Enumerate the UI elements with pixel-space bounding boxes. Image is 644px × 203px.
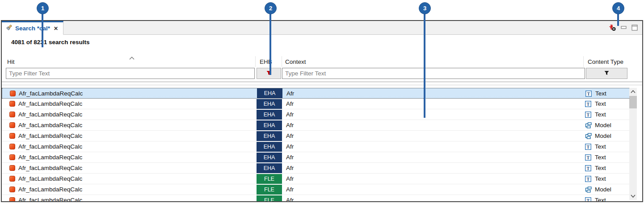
context-cell: Afr	[286, 122, 294, 128]
text-icon: T	[585, 197, 591, 202]
header-divider	[255, 56, 256, 67]
ehb-filter-button[interactable]	[257, 68, 281, 79]
hit-filter-input[interactable]	[6, 68, 255, 79]
content-type-cell: Text	[595, 165, 606, 171]
context-cell: Afr	[286, 154, 294, 161]
search-results-panel: Search *cal* ✕	[1, 20, 643, 202]
table-row[interactable]: Afr_facLambdaReqCalc EHA Afr T Text	[2, 152, 630, 163]
table-row[interactable]: Afr_facLambdaReqCalc FLE Afr T Text	[2, 195, 630, 202]
callout-line-4	[617, 13, 619, 26]
table-row[interactable]: Afr_facLambdaReqCalc FLE Afr T Model	[2, 184, 630, 195]
model-icon	[585, 122, 592, 130]
requirement-icon	[9, 165, 15, 171]
content-type-cell: Model	[595, 186, 611, 193]
text-icon: T	[585, 91, 592, 99]
requirement-icon	[9, 144, 15, 149]
svg-text:T: T	[587, 102, 590, 107]
ehb-badge: EHA	[257, 99, 282, 109]
content-type-cell: Text	[595, 90, 606, 97]
hit-cell: Afr_facLambdaReqCalc	[19, 90, 83, 97]
hit-cell: Afr_facLambdaReqCalc	[18, 133, 82, 139]
svg-text:T: T	[587, 166, 590, 171]
requirement-icon	[9, 112, 15, 117]
callout-line-2	[269, 13, 271, 75]
context-cell: Afr	[286, 175, 294, 182]
text-icon: T	[585, 176, 591, 184]
svg-text:T: T	[587, 177, 590, 182]
requirement-icon	[9, 101, 15, 107]
svg-text:T: T	[587, 156, 590, 160]
context-cell: Afr	[286, 133, 294, 139]
context-filter-input[interactable]	[282, 68, 585, 79]
context-cell: Afr	[286, 111, 294, 118]
table-row[interactable]: Afr_facLambdaReqCalc EHA Afr T Text	[2, 141, 630, 152]
hit-cell: Afr_facLambdaReqCalc	[18, 154, 82, 161]
hit-cell: Afr_facLambdaReqCalc	[18, 197, 82, 202]
funnel-black-icon	[604, 70, 610, 78]
ehb-badge: FLE	[257, 185, 282, 195]
content-type-cell: Model	[595, 133, 611, 139]
requirement-icon	[9, 186, 15, 192]
requirement-icon	[9, 122, 15, 128]
header-divider	[583, 56, 584, 67]
ehb-badge: EHA	[257, 131, 282, 141]
text-icon: T	[585, 101, 591, 109]
column-header-context[interactable]: Context	[285, 58, 306, 65]
text-icon: T	[585, 112, 591, 120]
content-type-cell: Model	[595, 122, 611, 128]
hit-cell: Afr_facLambdaReqCalc	[18, 165, 82, 171]
clear-filter-icon[interactable]	[609, 24, 616, 33]
scroll-down-icon[interactable]	[629, 192, 637, 200]
results-rows: Afr_facLambdaReqCalc EHA Afr T Text Afr_…	[2, 88, 630, 202]
tab-close-icon[interactable]: ✕	[54, 25, 58, 32]
callout-line-1	[42, 13, 43, 47]
requirement-icon	[9, 154, 15, 160]
maximize-icon[interactable]	[631, 25, 638, 33]
ehb-badge: FLE	[257, 174, 282, 184]
ehb-badge: EHA	[257, 163, 282, 173]
search-results-summary: 4081 of 8231 search results	[11, 39, 90, 46]
svg-text:T: T	[587, 92, 590, 96]
requirement-icon	[9, 133, 15, 139]
requirement-icon	[10, 91, 16, 96]
context-cell: Afr	[286, 165, 294, 171]
table-row[interactable]: Afr_facLambdaReqCalc EHA Afr T Text	[2, 88, 630, 99]
content-type-cell: Text	[595, 143, 606, 150]
vertical-scrollbar[interactable]	[629, 88, 637, 200]
header-divider	[282, 56, 282, 67]
table-row[interactable]: Afr_facLambdaReqCalc EHA Afr T Model	[2, 120, 630, 131]
ehb-badge: FLE	[257, 195, 282, 202]
svg-text:T: T	[587, 199, 590, 203]
content-type-cell: Text	[595, 100, 606, 107]
table-row[interactable]: Afr_facLambdaReqCalc EHA Afr T Text	[2, 99, 630, 109]
content-type-cell: Text	[595, 175, 606, 182]
text-icon: T	[585, 144, 591, 152]
svg-text:T: T	[587, 145, 590, 149]
context-cell: Afr	[286, 197, 294, 202]
column-header-content-type[interactable]: Content Type	[588, 58, 623, 65]
text-icon: T	[585, 154, 591, 162]
sort-ascending-icon[interactable]	[129, 54, 135, 62]
tab-search[interactable]: Search *cal* ✕	[2, 21, 63, 35]
ehb-badge: EHA	[257, 110, 282, 120]
table-row[interactable]: Afr_facLambdaReqCalc EHA Afr T Text	[2, 109, 630, 120]
hit-cell: Afr_facLambdaReqCalc	[18, 111, 82, 118]
text-icon: T	[585, 165, 591, 173]
model-icon	[585, 186, 592, 195]
column-header-hit[interactable]: Hit	[7, 58, 15, 65]
callout-badge-2: 2	[265, 2, 277, 14]
scrollbar-thumb[interactable]	[629, 96, 637, 108]
callout-badge-4: 4	[612, 2, 624, 14]
table-row[interactable]: Afr_facLambdaReqCalc EHA Afr T Model	[2, 131, 630, 141]
context-cell: Afr	[286, 90, 294, 97]
content-type-filter-button[interactable]	[586, 68, 627, 79]
table-row[interactable]: Afr_facLambdaReqCalc EHA Afr T Text	[2, 163, 630, 174]
requirement-icon	[9, 197, 15, 202]
ehb-badge: EHA	[257, 120, 282, 130]
table-row[interactable]: Afr_facLambdaReqCalc FLE Afr T Text	[2, 174, 630, 184]
svg-text:T: T	[587, 113, 590, 117]
scroll-up-icon[interactable]	[629, 88, 637, 95]
table-separator-top	[2, 82, 642, 82]
content-type-cell: Text	[595, 111, 606, 118]
minimize-icon[interactable]	[621, 25, 627, 33]
